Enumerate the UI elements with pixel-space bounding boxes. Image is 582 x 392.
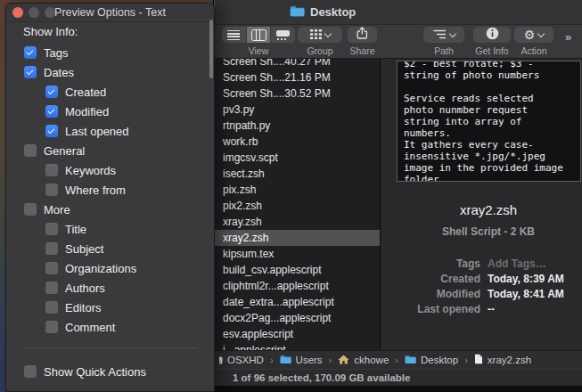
group-control-group: Group [298, 27, 342, 56]
option-row-where-from[interactable]: Where from [6, 180, 209, 200]
path-item-osxhd[interactable]: OSXHD [219, 355, 264, 365]
disk-icon [219, 355, 223, 365]
file-row-kipsum-tex[interactable]: kipsum.tex [215, 246, 380, 262]
field-label: Tags [381, 257, 480, 270]
option-row-last-opened[interactable]: Last opened [6, 121, 209, 141]
option-label: Modified [65, 105, 109, 118]
file-row-i-applescript[interactable]: i...applescript [215, 342, 380, 350]
panel-scrollbar-thumb[interactable] [209, 20, 213, 78]
field-value-modified: Today, 8:41 AM [488, 288, 564, 300]
preview-options-panel: Preview Options - Text Show Info: TagsDa… [5, 3, 215, 392]
file-row-build-csv-applescript[interactable]: build_csv.applescript [215, 262, 380, 278]
path-separator-icon: › [329, 355, 332, 365]
option-row-organizations[interactable]: Organizations [6, 258, 209, 278]
path-label: Path [423, 45, 464, 56]
checkbox-authors[interactable] [45, 282, 58, 294]
field-row-modified: ModifiedToday, 8:41 AM [381, 287, 582, 302]
show-info-heading: Show Info: [23, 25, 78, 38]
checkbox-tags[interactable] [24, 46, 37, 59]
home-icon [338, 355, 349, 366]
gallery-view-icon [276, 30, 290, 40]
checkbox-modified[interactable] [45, 105, 58, 118]
share-button[interactable] [348, 27, 377, 43]
action-button[interactable]: ⚙ [514, 27, 553, 43]
path-item-label: ckhowe [354, 355, 389, 365]
panel-titlebar[interactable]: Preview Options - Text [6, 4, 214, 22]
field-value-tags[interactable]: Add Tags… [488, 257, 546, 270]
option-row-dates[interactable]: Dates [6, 62, 209, 82]
checkbox-comment[interactable] [45, 321, 58, 333]
checkbox-organizations[interactable] [45, 262, 58, 274]
share-control-group: Share [348, 27, 377, 56]
option-row-tags[interactable]: Tags [6, 43, 209, 62]
preview-metadata-fields: TagsAdd Tags…CreatedToday, 8:39 AMModifi… [381, 257, 582, 316]
path-item-desktop[interactable]: Desktop [405, 355, 458, 366]
path-item-users[interactable]: Users [280, 355, 323, 366]
option-rows: TagsDatesCreatedModifiedLast openedGener… [6, 43, 209, 337]
file-row-esv-applescript[interactable]: esv.applescript [215, 326, 380, 342]
status-text: 1 of 96 selected, 170.09 GB available [233, 372, 410, 383]
file-row-xray-zsh[interactable]: xray.zsh [215, 214, 380, 230]
gear-icon: ⚙ [524, 29, 536, 41]
file-row-screen-sh-40-27-pm[interactable]: Screen Sh....40.27 PM [215, 59, 380, 69]
column-view-button[interactable] [246, 27, 271, 43]
file-row-xray2-zsh[interactable]: xray2.zsh [215, 230, 380, 246]
option-row-comment[interactable]: Comment [6, 317, 209, 337]
checkbox-where-from[interactable] [45, 184, 58, 196]
option-label: Keywords [65, 164, 116, 177]
checkbox-last-opened[interactable] [45, 125, 58, 137]
option-row-title[interactable]: Title [6, 219, 209, 239]
option-row-more[interactable]: More [6, 200, 209, 219]
option-label: Authors [65, 282, 105, 295]
file-row-imgcsv-scpt[interactable]: imgcsv.scpt [215, 150, 380, 166]
file-row-work-rb[interactable]: work.rb [215, 134, 380, 150]
action-label: Action [514, 45, 553, 56]
file-row-docx2pag-applescript[interactable]: docx2Pag...applescript [215, 310, 380, 326]
checkbox-created[interactable] [45, 86, 58, 98]
file-row-rtnpath-py[interactable]: rtnpath.py [215, 118, 380, 134]
preview-text: $2 - best rotate; $3 - string of photo n… [398, 61, 580, 182]
get-info-button[interactable] [473, 27, 511, 43]
option-row-created[interactable]: Created [6, 82, 209, 102]
option-label: Show Quick Actions [44, 365, 146, 379]
view-label: View [222, 45, 295, 56]
checkbox-more[interactable] [24, 203, 37, 216]
file-icon [474, 354, 483, 366]
window-bottom-edge [215, 386, 582, 392]
chevron-down-icon [324, 29, 331, 37]
finder-titlebar[interactable]: Desktop [215, 0, 582, 25]
option-row-keywords[interactable]: Keywords [6, 160, 209, 180]
checkbox-keywords[interactable] [45, 164, 58, 176]
checkbox-subject[interactable] [45, 242, 58, 255]
option-row-subject[interactable]: Subject [6, 239, 209, 258]
checkbox-dates[interactable] [24, 66, 37, 78]
option-row-authors[interactable]: Authors [6, 278, 209, 298]
path-item-xray2-zsh[interactable]: xray2.zsh [474, 354, 531, 366]
option-row-modified[interactable]: Modified [6, 102, 209, 121]
toolbar-overflow-chevrons[interactable]: » [565, 30, 570, 44]
path-item-ckhowe[interactable]: ckhowe [338, 355, 389, 366]
checkbox-title[interactable] [45, 223, 58, 235]
checkbox-editors[interactable] [45, 301, 58, 314]
panel-divider [22, 347, 198, 348]
gallery-view-button[interactable] [270, 27, 295, 43]
group-button[interactable] [298, 27, 342, 43]
option-row-general[interactable]: General [6, 141, 209, 160]
file-row-cliphtml2r-applescript[interactable]: cliphtml2r...applescript [215, 278, 380, 294]
checkbox-general[interactable] [24, 144, 37, 157]
path-separator-icon: › [464, 355, 468, 365]
file-row-isect-zsh[interactable]: isect.zsh [215, 166, 380, 182]
preview-column: $2 - best rotate; $3 - string of photo n… [381, 59, 582, 350]
option-row-editors[interactable]: Editors [6, 298, 209, 317]
file-row-pix-zsh[interactable]: pix.zsh [215, 182, 380, 198]
checkbox-show-quick-actions[interactable] [24, 365, 37, 378]
file-row-screen-sh-21-16-pm[interactable]: Screen Sh....21.16 PM [215, 69, 380, 86]
path-button[interactable] [423, 27, 464, 43]
file-row-pix2-zsh[interactable]: pix2.zsh [215, 198, 380, 214]
file-row-pv3-py[interactable]: pv3.py [215, 102, 380, 118]
option-row-show-quick-actions[interactable]: Show Quick Actions [6, 362, 214, 381]
file-row-date-extra-applescript[interactable]: date_extra...applescript [215, 294, 380, 310]
file-row-screen-sh-30-52-pm[interactable]: Screen Sh....30.52 PM [215, 86, 380, 102]
list-view-button[interactable] [222, 27, 246, 43]
option-label: Where from [65, 184, 126, 197]
